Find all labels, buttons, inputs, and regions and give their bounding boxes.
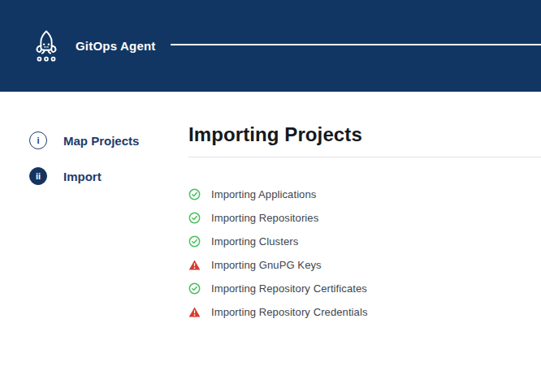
brand-title: GitOps Agent bbox=[76, 39, 156, 53]
status-label: Importing Repositories bbox=[211, 212, 318, 224]
check-circle-icon bbox=[188, 188, 201, 200]
status-label: Importing Repository Credentials bbox=[211, 306, 368, 318]
app-header: GitOps Agent bbox=[0, 0, 541, 92]
step-import[interactable]: ii Import bbox=[29, 167, 188, 185]
status-row: Importing Applications bbox=[188, 188, 541, 200]
title-divider bbox=[188, 157, 541, 157]
status-label: Importing Applications bbox=[211, 188, 316, 200]
step-number-badge: ii bbox=[29, 167, 47, 185]
status-row: Importing Repository Certificates bbox=[188, 282, 541, 295]
content-area: i Map Projects ii Import Importing Proje… bbox=[0, 92, 541, 330]
warning-triangle-icon bbox=[188, 306, 201, 318]
step-label: Map Projects bbox=[63, 134, 139, 148]
status-label: Importing Clusters bbox=[211, 235, 298, 248]
import-status-panel: Importing Projects Importing Application… bbox=[188, 92, 541, 330]
check-circle-icon bbox=[188, 282, 201, 295]
step-map-projects[interactable]: i Map Projects bbox=[29, 131, 188, 149]
status-row: Importing GnuPG Keys bbox=[188, 259, 541, 271]
status-row: Importing Repositories bbox=[188, 212, 541, 224]
status-label: Importing GnuPG Keys bbox=[211, 259, 322, 271]
step-number-badge: i bbox=[29, 131, 47, 149]
wizard-sidebar: i Map Projects ii Import bbox=[0, 92, 188, 330]
status-row: Importing Repository Credentials bbox=[188, 306, 541, 318]
header-divider bbox=[171, 44, 541, 45]
check-circle-icon bbox=[188, 235, 201, 248]
check-circle-icon bbox=[188, 212, 201, 224]
octopus-logo-icon bbox=[31, 29, 62, 63]
status-row: Importing Clusters bbox=[188, 235, 541, 248]
status-label: Importing Repository Certificates bbox=[211, 282, 367, 295]
page-title: Importing Projects bbox=[188, 123, 541, 146]
warning-triangle-icon bbox=[188, 259, 201, 271]
step-label: Import bbox=[63, 170, 102, 183]
